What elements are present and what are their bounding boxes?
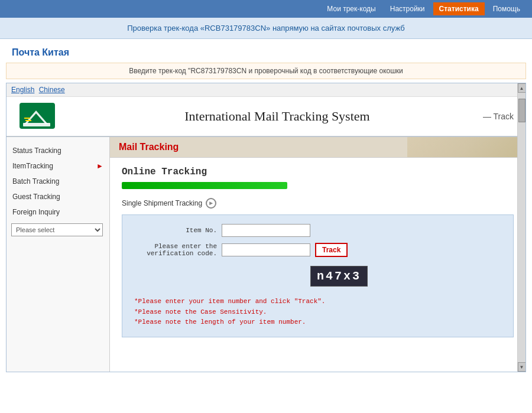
mail-tracking-title: Mail Tracking bbox=[119, 142, 179, 152]
sidebar-item-item-tracking[interactable]: ItemTracking ► bbox=[7, 158, 109, 174]
lang-english[interactable]: English bbox=[11, 86, 34, 94]
cp-title: International Mail Tracking System bbox=[72, 109, 483, 124]
sidebar-item-guest-tracking[interactable]: Guest Tracking bbox=[7, 189, 109, 204]
note-1: *Please enter your item number and click… bbox=[134, 297, 501, 307]
scrollbar-thumb[interactable] bbox=[518, 99, 525, 122]
china-post-logo bbox=[18, 102, 60, 131]
nav-help[interactable]: Помощь bbox=[487, 2, 526, 15]
tracking-notes: *Please enter your item number and click… bbox=[134, 297, 501, 328]
tracking-body: Online Tracking Single Shipment Tracking… bbox=[110, 158, 525, 346]
cp-sidebar: Status Tracking ItemTracking ► Batch Tra… bbox=[7, 137, 110, 372]
lang-chinese[interactable]: Chinese bbox=[39, 86, 65, 94]
cp-main-panel: Mail Tracking Online Tracking Single Shi… bbox=[110, 137, 525, 372]
cp-content-area: Status Tracking ItemTracking ► Batch Tra… bbox=[7, 137, 525, 372]
sidebar-item-batch-tracking[interactable]: Batch Tracking bbox=[7, 174, 109, 189]
header-info-text: Проверка трек-кода «RCB73179783CN» напря… bbox=[127, 24, 404, 32]
captcha-image: n47x3 bbox=[310, 266, 368, 287]
single-shipment-label: Single Shipment Tracking ► bbox=[122, 198, 514, 209]
track-button[interactable]: Track bbox=[315, 243, 348, 257]
page-title: Почта Китая bbox=[12, 47, 520, 58]
online-tracking-title: Online Tracking bbox=[122, 167, 514, 177]
instruction-text: Введите трек-код "RC873179783CN и провер… bbox=[129, 67, 403, 75]
header-info-bar: Проверка трек-кода «RCB73179783CN» напря… bbox=[0, 18, 532, 39]
sidebar-item-foreign-inquiry[interactable]: Foreign Inquiry bbox=[7, 204, 109, 220]
top-navigation: Мои трек-коды Настройки Статистика Помощ… bbox=[0, 0, 532, 18]
scrollbar-track bbox=[518, 93, 526, 362]
svg-rect-3 bbox=[23, 123, 50, 126]
instruction-bar: Введите трек-код "RC873179783CN и провер… bbox=[6, 63, 526, 79]
captcha-area: n47x3 bbox=[222, 263, 501, 290]
nav-settings[interactable]: Настройки bbox=[384, 2, 431, 15]
page-title-bar: Почта Китая bbox=[0, 39, 532, 63]
note-3: *Please note the length of your item num… bbox=[134, 317, 501, 328]
progress-bar bbox=[122, 182, 287, 189]
scrollbar-up-button[interactable]: ▲ bbox=[518, 83, 526, 93]
scrollbar-down-button[interactable]: ▼ bbox=[518, 362, 526, 372]
item-no-input[interactable] bbox=[222, 224, 310, 237]
nav-statistics[interactable]: Статистика bbox=[433, 2, 485, 15]
cp-track-label: — Track bbox=[483, 112, 514, 121]
cp-header: International Mail Tracking System — Tra… bbox=[7, 97, 525, 137]
sidebar-item-status-tracking[interactable]: Status Tracking bbox=[7, 143, 109, 158]
language-bar: English Chinese bbox=[7, 83, 525, 97]
nav-my-tracks[interactable]: Мои трек-коды bbox=[321, 2, 381, 15]
scrollbar[interactable]: ▲ ▼ bbox=[517, 83, 525, 372]
main-frame: English Chinese International Mail Track… bbox=[6, 83, 526, 372]
item-no-label: Item No. bbox=[134, 227, 217, 234]
note-2: *Please note the Case Sensitivity. bbox=[134, 307, 501, 318]
verification-input[interactable] bbox=[222, 243, 310, 256]
arrow-icon: ► bbox=[96, 162, 103, 170]
verification-row: Please enter the verification code. Trac… bbox=[134, 243, 501, 257]
verification-label: Please enter the verification code. bbox=[134, 243, 217, 257]
mail-tracking-header: Mail Tracking bbox=[110, 137, 525, 158]
shipment-arrow-icon: ► bbox=[206, 198, 216, 209]
item-no-row: Item No. bbox=[134, 224, 501, 237]
tracking-form-box: Item No. Please enter the verification c… bbox=[122, 214, 514, 337]
sidebar-select[interactable]: Please select bbox=[11, 223, 103, 236]
